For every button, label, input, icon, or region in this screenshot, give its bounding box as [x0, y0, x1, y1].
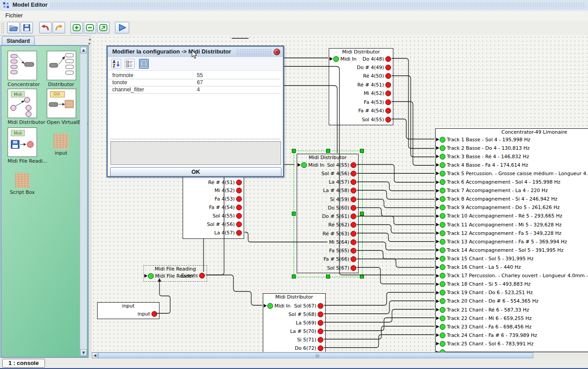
input-port[interactable]: [436, 349, 447, 352]
input-port[interactable]: Track 12 Accompagnement - Fa 5 - 349,228…: [436, 230, 561, 237]
property-row[interactable]: tonote 67: [108, 79, 281, 86]
output-port-circle[interactable]: [199, 273, 205, 279]
output-port[interactable]: Mi 5(64): [329, 239, 356, 246]
output-port[interactable]: La 5(69): [296, 320, 323, 326]
save-button[interactable]: [20, 22, 33, 33]
console-tab[interactable]: 1 : console: [2, 359, 45, 368]
input-port-circle[interactable]: [440, 239, 445, 245]
categorize-button[interactable]: [125, 59, 135, 69]
input-port[interactable]: Track 7 Accompagnement - La 4 - 220 Hz: [436, 187, 548, 194]
output-port[interactable]: Sol # 4(56): [207, 221, 242, 228]
selection-handle[interactable]: [360, 149, 364, 153]
selection-handle[interactable]: [292, 212, 296, 216]
input-port-circle[interactable]: [440, 264, 445, 270]
output-port-circle[interactable]: [351, 171, 356, 176]
output-port[interactable]: input: [138, 311, 157, 317]
input-port-circle[interactable]: [440, 171, 445, 176]
input-port-circle[interactable]: [333, 56, 339, 62]
output-port-circle[interactable]: [351, 205, 356, 211]
palette-item-midi-file-reading[interactable]: Midi Midi File Readi...: [8, 127, 36, 164]
selection-handle[interactable]: [326, 275, 330, 279]
output-port-circle[interactable]: [318, 345, 323, 351]
output-port-circle[interactable]: [385, 65, 391, 70]
output-port-circle[interactable]: [385, 73, 391, 79]
input-port[interactable]: Track 8 Accompagnement - Si 4 - 246,942 …: [436, 196, 557, 202]
midi-distributor-top[interactable]: Midi DistributorMidi InDo 4(48)Do # 4(49…: [329, 48, 393, 125]
palette-item-script-box[interactable]: Script Box: [8, 173, 37, 195]
splitter-collapse-icons[interactable]: ◂▸: [89, 37, 90, 45]
output-port-circle[interactable]: [385, 82, 391, 88]
scroll-down-icon[interactable]: ▼: [80, 349, 87, 356]
input-port-circle[interactable]: [440, 290, 445, 295]
input-port[interactable]: Track 2 Basse - Do 4 - 130,813 Hz: [436, 145, 530, 152]
output-port-circle[interactable]: [151, 311, 157, 317]
output-port[interactable]: Sol 5(67): [294, 303, 323, 309]
output-port[interactable]: Fa # 4(54): [209, 204, 242, 211]
input-port[interactable]: Track 4 Basse - Fa 4 - 174,614 Hz: [436, 162, 528, 168]
input-port[interactable]: Track 9 Accompagnement - Do 5 - 261,626 …: [436, 204, 560, 211]
input-port-circle[interactable]: [440, 307, 445, 313]
input-port[interactable]: Track 24 Chant - Fa # 6 - 739,989 Hz: [436, 332, 537, 339]
output-port-circle[interactable]: [318, 328, 323, 334]
input-port[interactable]: Track 16 Chant - La 5 - 440 Hz: [436, 264, 521, 271]
open-button[interactable]: [7, 22, 20, 33]
output-port-circle[interactable]: [318, 320, 323, 326]
export-button[interactable]: [97, 22, 110, 33]
undo-button[interactable]: [39, 22, 52, 33]
input-port[interactable]: Track 3 Basse - Ré 4 - 146,832 Hz: [436, 153, 529, 160]
input-port-circle[interactable]: [301, 162, 307, 168]
input-port-circle[interactable]: [440, 196, 445, 202]
output-port[interactable]: La # 4(58): [323, 187, 356, 194]
output-port[interactable]: Ré # 4(51): [357, 82, 391, 88]
tab-standard[interactable]: Standard: [2, 36, 35, 46]
property-row[interactable]: fromnote 55: [108, 72, 281, 79]
input-port[interactable]: Midi In: [264, 303, 290, 309]
input-port-circle[interactable]: [440, 298, 445, 304]
output-port[interactable]: Si 5(71): [297, 336, 323, 343]
input-port[interactable]: Track 14 Accompagnement - Sol 5 - 391,99…: [436, 247, 564, 254]
output-port-circle[interactable]: [351, 222, 356, 228]
output-port[interactable]: Do 5(60): [328, 205, 356, 211]
palette-item-open-virtualbox[interactable]: GUI Open VirtualBo...: [47, 89, 75, 125]
selection-handle[interactable]: [292, 149, 296, 153]
output-port-circle[interactable]: [318, 337, 323, 343]
output-port-circle[interactable]: [351, 162, 356, 168]
output-port-circle[interactable]: [385, 99, 391, 105]
input-port-circle[interactable]: [440, 256, 445, 262]
input-port-circle[interactable]: [440, 247, 445, 253]
output-port[interactable]: Ré 5(62): [328, 221, 356, 228]
selection-handle[interactable]: [360, 212, 364, 216]
input-port-circle[interactable]: [440, 222, 445, 228]
output-port[interactable]: Fa 4(53): [364, 99, 391, 106]
input-port[interactable]: Track 17 Percussion. - Charley ouvert - …: [436, 272, 588, 279]
input-port-circle[interactable]: [440, 137, 445, 143]
property-row[interactable]: channel_filter 4: [108, 86, 281, 94]
output-port[interactable]: La # 5(70): [290, 328, 323, 335]
input-port[interactable]: Midi In: [330, 56, 356, 62]
add-button[interactable]: [70, 22, 83, 33]
output-port[interactable]: Ré 4(50): [363, 73, 391, 79]
input-port-circle[interactable]: [440, 332, 445, 338]
input-node[interactable]: inputinput: [97, 302, 159, 319]
close-icon[interactable]: ✕: [274, 49, 280, 55]
output-port-circle[interactable]: [236, 205, 242, 210]
output-port-circle[interactable]: [385, 117, 391, 123]
input-port-circle[interactable]: [267, 303, 273, 309]
input-port-circle[interactable]: [440, 213, 445, 219]
output-port[interactable]: Do 4(48): [363, 56, 391, 62]
output-port-circle[interactable]: [236, 230, 242, 236]
output-port[interactable]: Sol # 5(68): [288, 311, 323, 318]
selection-handle[interactable]: [292, 275, 296, 279]
input-port[interactable]: Track 10 Accompagnement - Ré 5 - 293,665…: [436, 213, 562, 219]
output-port[interactable]: La 4(57): [214, 230, 242, 236]
palette-scrollbar[interactable]: ▲ ▼: [80, 47, 87, 356]
output-port[interactable]: Fa 4(53): [215, 196, 242, 202]
input-port[interactable]: Track 5 Percussion. - Grosse caisse médi…: [436, 170, 588, 177]
scroll-left-icon[interactable]: ◀: [92, 353, 98, 358]
input-port-circle[interactable]: [440, 324, 445, 330]
hscroll-thumb[interactable]: [98, 353, 533, 358]
output-port[interactable]: Fa 5(65): [329, 247, 356, 254]
output-port-circle[interactable]: [351, 239, 356, 245]
input-port-circle[interactable]: [440, 162, 445, 168]
output-port[interactable]: Mi 4(52): [363, 90, 391, 97]
